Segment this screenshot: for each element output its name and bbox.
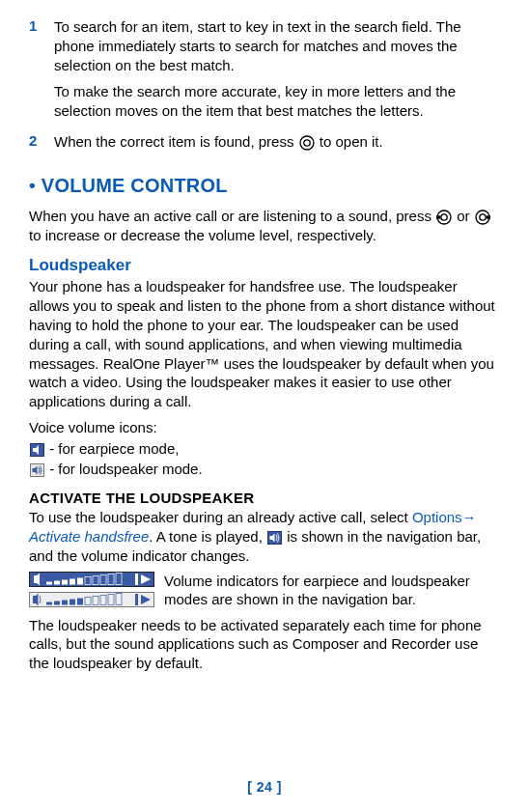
activate-p1-mid: . A tone is played, (149, 528, 266, 545)
step-text-a: To search for an item, start to key in t… (54, 17, 500, 74)
svg-rect-4 (436, 215, 440, 218)
loudspeaker-para: Your phone has a loudspeaker for handsfr… (29, 277, 500, 411)
svg-rect-16 (62, 579, 68, 584)
volume-control-heading-text: VOLUME CONTROL (42, 175, 228, 196)
earpiece-mode-icon (30, 443, 44, 457)
page-number: [ 24 ] (0, 779, 529, 795)
svg-rect-30 (70, 599, 75, 604)
select-key-icon (299, 135, 315, 151)
svg-rect-26 (135, 594, 138, 605)
svg-rect-27 (46, 602, 52, 604)
options-link: Options (412, 509, 462, 525)
bullet-icon: • (29, 175, 36, 195)
arrow-icon: → (462, 509, 477, 525)
loudspeaker-nav-icon (267, 531, 282, 545)
activate-handsfree-link: Activate handsfree (29, 528, 149, 545)
volume-control-intro: When you have an active call or are list… (29, 207, 500, 245)
voice-icons-list: Voice volume icons: - for earpiece mode,… (29, 417, 500, 480)
loudspeaker-mode-row: - for loudspeaker mode. (29, 459, 500, 480)
step-number: 1 (29, 17, 54, 121)
loudspeaker-mode-icon (30, 463, 44, 477)
scroll-left-icon (436, 210, 452, 225)
activate-para-1: To use the loudspeaker during an already… (29, 508, 500, 565)
step-text-suffix: to open it. (320, 133, 383, 150)
svg-rect-17 (70, 578, 75, 584)
earpiece-mode-text: - for earpiece mode, (49, 440, 179, 457)
svg-rect-14 (46, 581, 52, 584)
svg-rect-28 (54, 601, 60, 604)
figure-caption: Volume indicators for earpiece and louds… (164, 572, 500, 612)
step-text-prefix: When the correct item is found, press (54, 133, 298, 150)
vc-intro-a: When you have an active call or are list… (29, 208, 435, 224)
vc-intro-mid: or (457, 208, 474, 224)
svg-point-0 (300, 136, 314, 150)
step-text: To search for an item, start to key in t… (54, 17, 500, 121)
svg-rect-7 (487, 215, 490, 218)
step-text-b: To make the search more accurate, key in… (54, 82, 500, 121)
voice-icons-label: Voice volume icons: (29, 417, 500, 438)
svg-point-6 (480, 214, 486, 220)
earpiece-mode-row: - for earpiece mode, (29, 438, 500, 460)
vc-intro-b: to increase or decrease the volume level… (29, 227, 376, 243)
step-text: When the correct item is found, press to… (54, 132, 383, 152)
step-2: 2 When the correct item is found, press … (29, 132, 500, 152)
activate-heading: ACTIVATE THE LOUDSPEAKER (29, 490, 500, 506)
svg-rect-31 (77, 598, 83, 604)
svg-rect-15 (54, 580, 60, 584)
activate-p1-prefix: To use the loudspeaker during an already… (29, 509, 412, 525)
volume-indicator-figure: Volume indicators for earpiece and louds… (29, 572, 500, 612)
step-1: 1 To search for an item, start to key in… (29, 17, 500, 121)
scroll-right-icon (475, 210, 490, 225)
svg-point-1 (303, 140, 309, 146)
numbered-steps: 1 To search for an item, start to key in… (29, 17, 500, 152)
svg-rect-29 (62, 600, 68, 604)
svg-rect-13 (135, 574, 138, 585)
step-number: 2 (29, 132, 54, 152)
activate-para-2: The loudspeaker needs to be activated se… (29, 616, 500, 673)
volume-indicator-image (29, 572, 154, 612)
loudspeaker-heading: Loudspeaker (29, 256, 500, 275)
svg-rect-18 (77, 577, 83, 584)
volume-control-heading: •VOLUME CONTROL (29, 175, 500, 197)
loudspeaker-mode-text: - for loudspeaker mode. (49, 461, 202, 477)
svg-point-3 (441, 214, 447, 220)
